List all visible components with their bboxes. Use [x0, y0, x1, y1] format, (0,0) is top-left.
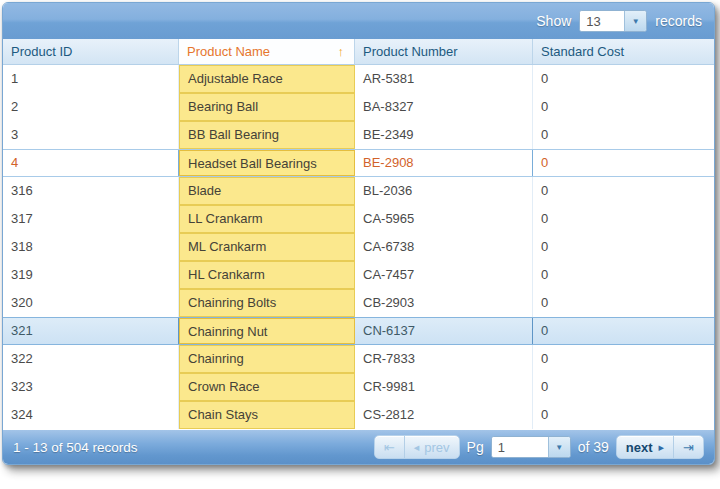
next-page-button[interactable]: next ▸	[617, 436, 673, 458]
table-row[interactable]: 318ML CrankarmCA-67380	[3, 233, 714, 261]
last-page-icon: ⇥	[683, 440, 694, 455]
cell-number: BA-8327	[355, 93, 533, 121]
first-page-button[interactable]: ⇤	[375, 436, 404, 458]
cell-name: Headset Ball Bearings	[179, 150, 355, 176]
cell-cost: 0	[533, 233, 714, 261]
cell-name: HL Crankarm	[179, 261, 355, 289]
cell-name: Chain Stays	[179, 401, 355, 429]
record-range-status: 1 - 13 of 504 records	[13, 440, 374, 455]
table-row[interactable]: 317LL CrankarmCA-59650	[3, 205, 714, 233]
table-row[interactable]: 323Crown RaceCR-99810	[3, 373, 714, 401]
cell-id: 323	[3, 373, 179, 401]
cell-name: ML Crankarm	[179, 233, 355, 261]
data-grid-widget: Show ▼ records Product ID Product Name ↑…	[2, 2, 715, 465]
of-total-pages-label: of 39	[578, 439, 609, 455]
records-label: records	[655, 13, 702, 29]
prev-arrow-icon: ◂	[414, 441, 420, 454]
cell-id: 322	[3, 345, 179, 373]
cell-number: CA-7457	[355, 261, 533, 289]
cell-id: 4	[3, 150, 179, 176]
pager: ⇤ ◂ prev Pg ▼ of 39 next ▸	[374, 435, 704, 459]
column-header-product-id[interactable]: Product ID	[3, 39, 179, 64]
page-size-combo: ▼	[579, 10, 647, 32]
first-page-icon: ⇤	[384, 440, 395, 455]
cell-id: 316	[3, 177, 179, 205]
page-size-dropdown-button[interactable]: ▼	[624, 11, 646, 31]
cell-id: 1	[3, 65, 179, 93]
table-row[interactable]: 319HL CrankarmCA-74570	[3, 261, 714, 289]
cell-cost: 0	[533, 318, 714, 344]
pg-label: Pg	[467, 439, 484, 455]
cell-id: 317	[3, 205, 179, 233]
column-header-standard-cost[interactable]: Standard Cost	[533, 39, 714, 64]
cell-id: 324	[3, 401, 179, 429]
cell-number: AR-5381	[355, 65, 533, 93]
cell-cost: 0	[533, 65, 714, 93]
column-header-product-name[interactable]: Product Name ↑	[179, 39, 355, 64]
cell-name: Crown Race	[179, 373, 355, 401]
cell-id: 321	[3, 318, 179, 344]
table-row[interactable]: 322ChainringCR-78330	[3, 345, 714, 373]
cell-cost: 0	[533, 261, 714, 289]
next-label: next	[626, 440, 653, 455]
grid-body: 1Adjustable RaceAR-538102Bearing BallBA-…	[3, 65, 714, 430]
cell-number: BL-2036	[355, 177, 533, 205]
cell-name: Chainring Nut	[179, 318, 355, 344]
table-row[interactable]: 321Chainring NutCN-61370	[3, 317, 714, 345]
grid-toolbar: Show ▼ records	[3, 3, 714, 39]
cell-number: CR-9981	[355, 373, 533, 401]
pager-left-group: ⇤ ◂ prev	[374, 435, 460, 459]
sort-ascending-icon: ↑	[338, 39, 345, 64]
cell-id: 319	[3, 261, 179, 289]
cell-cost: 0	[533, 177, 714, 205]
page-size-input[interactable]	[580, 11, 624, 31]
cell-name: Chainring	[179, 345, 355, 373]
table-row[interactable]: 4Headset Ball BearingsBE-29080	[3, 149, 714, 177]
cell-cost: 0	[533, 345, 714, 373]
cell-number: BE-2908	[355, 150, 533, 176]
last-page-button[interactable]: ⇥	[673, 436, 703, 458]
table-row[interactable]: 316BladeBL-20360	[3, 177, 714, 205]
page-combo: ▼	[491, 436, 571, 458]
chevron-down-icon: ▼	[555, 443, 563, 452]
cell-cost: 0	[533, 205, 714, 233]
show-label: Show	[536, 13, 571, 29]
column-header-row: Product ID Product Name ↑ Product Number…	[3, 39, 714, 65]
cell-cost: 0	[533, 373, 714, 401]
cell-number: CR-7833	[355, 345, 533, 373]
table-row[interactable]: 320Chainring BoltsCB-29030	[3, 289, 714, 317]
table-row[interactable]: 3BB Ball BearingBE-23490	[3, 121, 714, 149]
cell-cost: 0	[533, 121, 714, 149]
prev-label: prev	[424, 440, 449, 455]
cell-cost: 0	[533, 93, 714, 121]
prev-page-button[interactable]: ◂ prev	[404, 436, 459, 458]
grid-footer: 1 - 13 of 504 records ⇤ ◂ prev Pg ▼ of 3…	[3, 430, 714, 464]
cell-number: CS-2812	[355, 401, 533, 429]
cell-number: CN-6137	[355, 318, 533, 344]
cell-id: 318	[3, 233, 179, 261]
cell-cost: 0	[533, 401, 714, 429]
cell-name: BB Ball Bearing	[179, 121, 355, 149]
cell-id: 3	[3, 121, 179, 149]
page-dropdown-button[interactable]: ▼	[548, 437, 570, 457]
cell-cost: 0	[533, 150, 714, 176]
next-arrow-icon: ▸	[659, 441, 665, 454]
cell-cost: 0	[533, 289, 714, 317]
table-row[interactable]: 324Chain StaysCS-28120	[3, 401, 714, 429]
column-header-product-number[interactable]: Product Number	[355, 39, 533, 64]
column-header-product-name-label: Product Name	[187, 44, 270, 59]
cell-id: 2	[3, 93, 179, 121]
cell-name: Chainring Bolts	[179, 289, 355, 317]
cell-name: Blade	[179, 177, 355, 205]
cell-number: BE-2349	[355, 121, 533, 149]
chevron-down-icon: ▼	[632, 17, 640, 26]
page-number-input[interactable]	[492, 437, 548, 457]
cell-name: LL Crankarm	[179, 205, 355, 233]
cell-name: Bearing Ball	[179, 93, 355, 121]
table-row[interactable]: 2Bearing BallBA-83270	[3, 93, 714, 121]
cell-number: CB-2903	[355, 289, 533, 317]
table-row[interactable]: 1Adjustable RaceAR-53810	[3, 65, 714, 93]
cell-number: CA-6738	[355, 233, 533, 261]
cell-id: 320	[3, 289, 179, 317]
pager-right-group: next ▸ ⇥	[616, 435, 704, 459]
